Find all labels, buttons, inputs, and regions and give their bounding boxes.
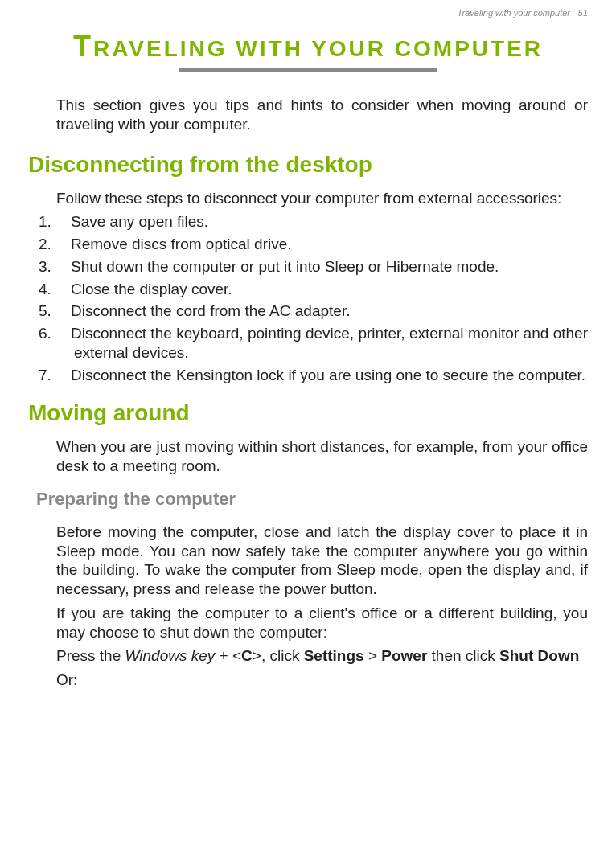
preparing-para2: If you are taking the computer to a clie… <box>56 604 588 642</box>
chapter-title: TRAVELING WITH YOUR COMPUTER <box>28 30 588 64</box>
list-item: 3.Shut down the computer or put it into … <box>56 257 588 277</box>
list-item: 4.Close the display cover. <box>56 280 588 299</box>
intro-paragraph: This section gives you tips and hints to… <box>56 96 588 134</box>
chapter-title-first-letter: T <box>73 30 93 63</box>
section-disconnecting-title: Disconnecting from the desktop <box>28 152 588 178</box>
shutdown-label: Shut Down <box>499 647 579 664</box>
power-label: Power <box>381 647 427 664</box>
title-underline <box>179 68 437 72</box>
list-item: 5.Disconnect the cord from the AC adapte… <box>56 301 588 321</box>
list-item: 6.Disconnect the keyboard, pointing devi… <box>56 324 588 363</box>
settings-label: Settings <box>304 647 364 664</box>
list-item: 2.Remove discs from optical drive. <box>56 235 588 254</box>
list-item: 1.Save any open files. <box>56 212 588 232</box>
windows-key-text: Windows key <box>125 647 216 664</box>
page-header: Traveling with your computer - 51 <box>28 8 588 18</box>
section-moving-intro: When you are just moving within short di… <box>56 437 588 476</box>
section-moving-title: Moving around <box>28 400 588 426</box>
section-disconnecting-intro: Follow these steps to disconnect your co… <box>56 189 588 208</box>
shutdown-instruction: Press the Windows key + <C>, click Setti… <box>56 646 588 666</box>
subsection-preparing-title: Preparing the computer <box>36 489 588 510</box>
disconnect-steps-list: 1.Save any open files. 2.Remove discs fr… <box>56 212 588 384</box>
chapter-title-rest: RAVELING WITH YOUR COMPUTER <box>93 36 543 61</box>
list-item: 7.Disconnect the Kensington lock if you … <box>56 366 588 385</box>
or-text: Or: <box>56 670 588 690</box>
key-c: C <box>241 647 253 664</box>
preparing-para1: Before moving the computer, close and la… <box>56 523 588 599</box>
